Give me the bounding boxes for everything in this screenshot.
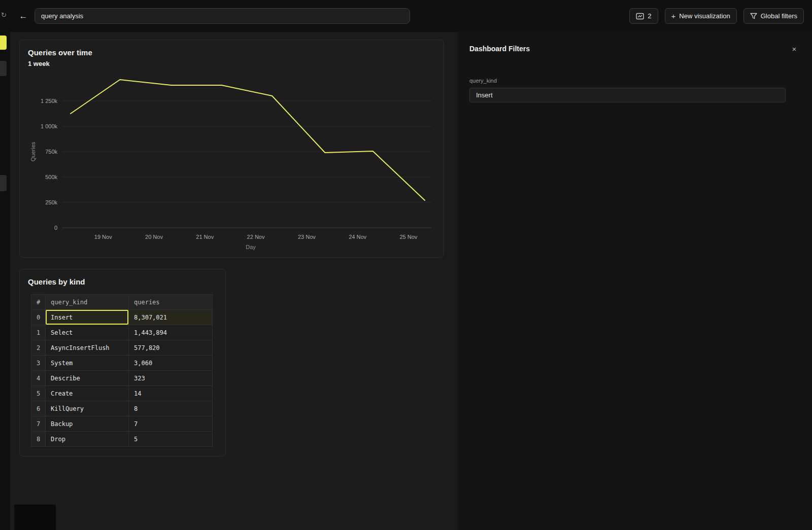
queries-count-cell[interactable]: 323 (129, 371, 213, 386)
svg-text:Queries: Queries (30, 142, 36, 161)
table-row: 6KillQuery8 (31, 401, 213, 416)
row-index-cell: 6 (31, 401, 46, 416)
query-kind-filter-input[interactable] (469, 88, 786, 102)
new-visualization-button[interactable]: + New visualization (665, 8, 737, 24)
filter-field-label: query_kind (469, 78, 800, 84)
global-filters-label: Global filters (761, 12, 797, 20)
table-row: 2AsyncInsertFlush577,820 (31, 340, 213, 356)
svg-text:0: 0 (54, 225, 57, 231)
row-index-cell: 3 (31, 356, 46, 371)
table-card: Queries by kind # query_kind queries 0In… (19, 269, 226, 456)
row-index-cell: 4 (31, 371, 46, 386)
svg-text:Day: Day (246, 244, 256, 250)
query-kind-cell[interactable]: System (46, 356, 129, 371)
query-kind-cell[interactable]: AsyncInsertFlush (46, 340, 129, 356)
query-kind-cell[interactable]: Select (46, 325, 129, 340)
svg-text:19 Nov: 19 Nov (94, 234, 112, 240)
table-title: Queries by kind (28, 277, 217, 286)
row-index-cell: 0 (31, 310, 46, 325)
table-header-row: # query_kind queries (31, 295, 213, 310)
content-area: Queries over time 1 week 0250k500k750k1 … (10, 32, 457, 530)
filters-panel-title: Dashboard Filters (469, 45, 530, 53)
col-header-queries: queries (129, 295, 213, 310)
chart-card: Queries over time 1 week 0250k500k750k1 … (19, 40, 444, 258)
sidebar-item-active[interactable] (0, 36, 7, 50)
query-kind-cell[interactable]: KillQuery (46, 401, 129, 416)
svg-text:24 Nov: 24 Nov (349, 234, 366, 240)
topbar: ← 2 + New visualization (10, 0, 812, 32)
line-chart[interactable]: 0250k500k750k1 000k1 250k19 Nov20 Nov21 … (28, 72, 435, 254)
queries-count-cell[interactable]: 8 (129, 401, 213, 416)
svg-text:21 Nov: 21 Nov (196, 234, 214, 240)
queries-table: # query_kind queries 0Insert8,307,0211Se… (31, 294, 213, 447)
svg-text:1 250k: 1 250k (41, 98, 58, 104)
table-row: 8Drop5 (31, 432, 213, 447)
table-row: 7Backup7 (31, 416, 213, 432)
queries-table-head: # query_kind queries (31, 295, 213, 310)
filters-panel-header: Dashboard Filters × (469, 43, 800, 54)
query-kind-cell[interactable]: Describe (46, 371, 129, 386)
table-row: 5Create14 (31, 386, 213, 401)
row-index-cell: 2 (31, 340, 46, 356)
query-kind-cell[interactable]: Drop (46, 432, 129, 447)
global-filters-button[interactable]: Global filters (743, 8, 804, 24)
queries-count-cell[interactable]: 8,307,021 (129, 310, 213, 325)
visualization-count-button[interactable]: 2 (629, 8, 658, 24)
back-button[interactable]: ← (16, 9, 30, 23)
query-kind-cell[interactable]: Create (46, 386, 129, 401)
chart-title: Queries over time (28, 48, 435, 57)
queries-count-cell[interactable]: 7 (129, 416, 213, 432)
row-index-cell: 5 (31, 386, 46, 401)
queries-table-body: 0Insert8,307,0211Select1,443,8942AsyncIn… (31, 310, 213, 447)
query-kind-cell[interactable]: Backup (46, 416, 129, 432)
visualization-count-icon (636, 13, 644, 20)
app-root: ↻ ← 2 + New visualization (0, 0, 812, 530)
svg-text:20 Nov: 20 Nov (145, 234, 163, 240)
table-row: 0Insert8,307,021 (31, 310, 213, 325)
svg-text:23 Nov: 23 Nov (298, 234, 316, 240)
refresh-icon[interactable]: ↻ (1, 11, 7, 19)
plus-icon: + (671, 12, 676, 20)
svg-text:22 Nov: 22 Nov (247, 234, 265, 240)
dashboard-filters-panel: Dashboard Filters × query_kind (457, 32, 812, 530)
visualization-count-value: 2 (648, 12, 651, 20)
svg-text:250k: 250k (45, 199, 57, 205)
row-index-cell: 8 (31, 432, 46, 447)
main-column: ← 2 + New visualization (10, 0, 812, 530)
chart-subtitle: 1 week (28, 60, 435, 67)
svg-text:750k: 750k (45, 149, 57, 155)
sidebar-item-1[interactable] (0, 61, 7, 76)
svg-text:25 Nov: 25 Nov (399, 234, 417, 240)
queries-count-cell[interactable]: 577,820 (129, 340, 213, 356)
sidebar-item-2[interactable] (0, 175, 7, 191)
row-index-cell: 1 (31, 325, 46, 340)
query-kind-cell[interactable]: Insert (46, 310, 129, 325)
table-row: 1Select1,443,894 (31, 325, 213, 340)
table-row: 3System3,060 (31, 356, 213, 371)
body-row: Queries over time 1 week 0250k500k750k1 … (10, 32, 812, 530)
col-header-index: # (31, 295, 46, 310)
queries-count-cell[interactable]: 3,060 (129, 356, 213, 371)
bottom-left-overlay (14, 505, 56, 530)
svg-text:500k: 500k (45, 174, 57, 180)
filter-funnel-icon (750, 13, 757, 19)
new-visualization-label: New visualization (679, 12, 730, 20)
left-rail: ↻ (0, 0, 10, 530)
row-index-cell: 7 (31, 416, 46, 432)
close-icon[interactable]: × (789, 43, 800, 54)
dashboard-title-input[interactable] (35, 8, 410, 24)
svg-text:1 000k: 1 000k (41, 123, 58, 129)
queries-count-cell[interactable]: 1,443,894 (129, 325, 213, 340)
col-header-query-kind: query_kind (46, 295, 129, 310)
queries-count-cell[interactable]: 14 (129, 386, 213, 401)
queries-count-cell[interactable]: 5 (129, 432, 213, 447)
table-row: 4Describe323 (31, 371, 213, 386)
